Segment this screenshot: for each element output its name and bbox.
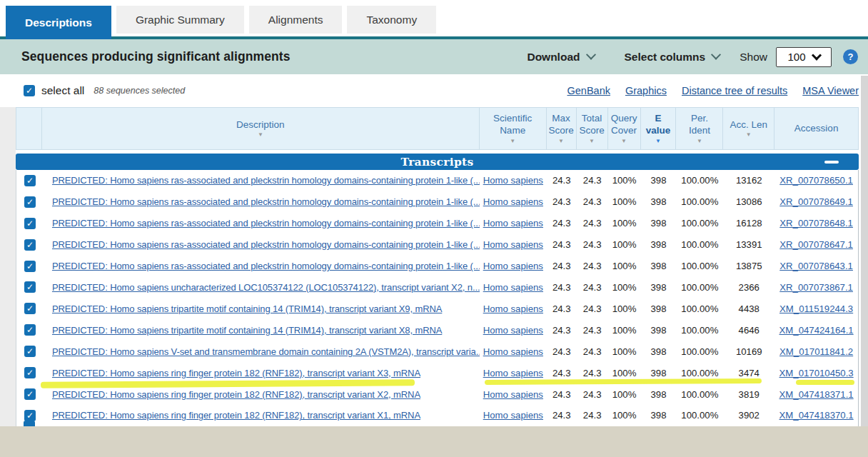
accession-link[interactable]: XR_007078647.1 (779, 239, 853, 250)
cell-sci: Homo sapiens (480, 282, 547, 293)
vertical-scrollbar[interactable] (861, 76, 868, 426)
accession-link[interactable]: XM_047424164.1 (779, 325, 854, 336)
cell-perident: 100.00% (676, 261, 723, 271)
description-link[interactable]: PREDICTED: Homo sapiens ras-associated a… (52, 261, 480, 271)
scientific-name-link[interactable]: Homo sapiens (483, 346, 543, 357)
accession-link[interactable]: XM_047418371.1 (779, 389, 854, 400)
cell-sci: Homo sapiens (480, 410, 547, 421)
scientific-name-link[interactable]: Homo sapiens (483, 303, 543, 314)
scientific-name-link[interactable]: Homo sapiens (483, 389, 543, 400)
accession-link[interactable]: XM_017011841.2 (779, 346, 853, 357)
cell-acclen: 3819 (723, 389, 774, 400)
action-link-msa-viewer[interactable]: MSA Viewer (802, 85, 859, 96)
cell-acc: XM_047418370.1 (774, 410, 858, 421)
results-toolbar: Sequences producing significant alignmen… (0, 39, 868, 74)
row-checkbox[interactable]: ✓ (24, 196, 36, 208)
cell-qcov: 100% (608, 239, 641, 250)
row-checkbox[interactable]: ✓ (24, 303, 36, 314)
cell-qcov: 100% (608, 346, 641, 357)
table-row: ✓PREDICTED: Homo sapiens ras-associated … (16, 213, 858, 234)
cell-sci: Homo sapiens (480, 346, 547, 357)
description-link[interactable]: PREDICTED: Homo sapiens uncharacterized … (52, 282, 480, 293)
collapse-section-button[interactable] (824, 161, 839, 164)
row-checkbox[interactable]: ✓ (24, 367, 36, 378)
download-menu-button[interactable]: Download (527, 51, 594, 64)
row-checkbox[interactable]: ✓ (24, 218, 36, 229)
description-link[interactable]: PREDICTED: Homo sapiens tripartite motif… (52, 303, 442, 314)
accession-link[interactable]: XM_017010450.3 (779, 368, 854, 378)
tab-taxonomy[interactable]: Taxonomy (347, 6, 436, 34)
column-header-perident[interactable]: Per. Ident▼ (676, 108, 723, 149)
tab-descriptions[interactable]: Descriptions (6, 6, 111, 39)
description-link[interactable]: PREDICTED: Homo sapiens ring finger prot… (52, 389, 420, 400)
accession-link[interactable]: XM_047418370.1 (779, 410, 854, 421)
row-checkbox[interactable]: ✓ (24, 410, 36, 421)
accession-link[interactable]: XM_011519244.3 (779, 303, 853, 314)
scientific-name-link[interactable]: Homo sapiens (483, 410, 543, 421)
result-action-links: GenBankGraphicsDistance tree of resultsM… (567, 85, 859, 96)
description-link[interactable]: PREDICTED: Homo sapiens tripartite motif… (52, 325, 442, 336)
accession-link[interactable]: XR_007073867.1 (779, 282, 853, 293)
cell-qcov: 100% (608, 175, 641, 186)
cell-max: 24.3 (547, 175, 577, 186)
chevron-down-icon (711, 49, 721, 59)
row-checkbox[interactable]: ✓ (24, 281, 36, 293)
column-header-desc[interactable]: Description▼ (42, 108, 480, 149)
row-checkbox[interactable]: ✓ (24, 346, 36, 357)
scientific-name-link[interactable]: Homo sapiens (483, 368, 543, 378)
select-all-checkbox[interactable]: ✓ (24, 85, 35, 96)
scientific-name-link[interactable]: Homo sapiens (483, 325, 543, 336)
column-header-acc[interactable]: Accession (774, 108, 858, 149)
cell-sci: Homo sapiens (480, 325, 547, 336)
scientific-name-link[interactable]: Homo sapiens (483, 239, 543, 250)
tab-graphic-summary[interactable]: Graphic Summary (116, 6, 244, 34)
scientific-name-link[interactable]: Homo sapiens (483, 261, 543, 271)
results-table-body: ✓PREDICTED: Homo sapiens ras-associated … (16, 170, 859, 426)
description-link[interactable]: PREDICTED: Homo sapiens ras-associated a… (52, 175, 480, 186)
cell-qcov: 100% (608, 261, 641, 271)
scientific-name-link[interactable]: Homo sapiens (483, 196, 543, 207)
accession-link[interactable]: XR_007078643.1 (779, 261, 853, 271)
description-link[interactable]: PREDICTED: Homo sapiens ring finger prot… (52, 410, 420, 421)
show-count-select[interactable]: 100 (776, 47, 832, 67)
column-header-acclen[interactable]: Acc. Len▼ (723, 108, 774, 149)
description-link[interactable]: PREDICTED: Homo sapiens ras-associated a… (52, 218, 480, 228)
select-columns-menu-button[interactable]: Select columns (625, 51, 720, 64)
select-all-label: select all (41, 84, 84, 97)
column-header-sci[interactable]: Scientific Name▼ (480, 108, 547, 149)
description-link[interactable]: PREDICTED: Homo sapiens ring finger prot… (52, 368, 420, 378)
scientific-name-link[interactable]: Homo sapiens (483, 175, 543, 186)
description-link[interactable]: PREDICTED: Homo sapiens ras-associated a… (52, 196, 480, 207)
action-link-distance-tree-of-results[interactable]: Distance tree of results (682, 85, 787, 96)
scientific-name-link[interactable]: Homo sapiens (483, 218, 543, 228)
action-link-graphics[interactable]: Graphics (625, 85, 667, 96)
cell-qcov: 100% (608, 218, 641, 228)
column-header-eval[interactable]: E value▼ (641, 108, 677, 149)
action-link-genbank[interactable]: GenBank (567, 85, 610, 96)
cell-total: 24.3 (577, 410, 608, 421)
cell-total: 24.3 (577, 196, 608, 207)
cell-perident: 100.00% (676, 196, 723, 207)
cell-desc: PREDICTED: Homo sapiens uncharacterized … (42, 282, 480, 293)
accession-link[interactable]: XR_007078648.1 (779, 218, 853, 228)
section-title: Transcripts (400, 155, 473, 169)
column-header-qcov[interactable]: Query Cover▼ (608, 108, 641, 149)
tab-alignments[interactable]: Alignments (249, 6, 343, 34)
row-checkbox[interactable]: ✓ (24, 388, 36, 400)
row-checkbox[interactable]: ✓ (24, 175, 36, 186)
cell-acc: XR_007078650.1 (774, 175, 858, 186)
show-label: Show (740, 51, 767, 64)
row-checkbox[interactable]: ✓ (24, 261, 36, 272)
accession-link[interactable]: XR_007078649.1 (779, 196, 853, 207)
scientific-name-link[interactable]: Homo sapiens (483, 282, 543, 293)
accession-link[interactable]: XR_007078650.1 (779, 175, 853, 186)
row-checkbox[interactable]: ✓ (24, 324, 36, 336)
row-checkbox[interactable]: ✓ (24, 239, 36, 251)
column-label: Accession (794, 123, 839, 135)
help-icon[interactable]: ? (843, 49, 858, 64)
column-header-total[interactable]: Total Score▼ (577, 108, 608, 149)
column-header-max[interactable]: Max Score▼ (547, 108, 577, 149)
description-link[interactable]: PREDICTED: Homo sapiens ras-associated a… (52, 239, 480, 250)
cell-eval: 398 (641, 410, 677, 421)
description-link[interactable]: PREDICTED: Homo sapiens V-set and transm… (52, 346, 480, 357)
